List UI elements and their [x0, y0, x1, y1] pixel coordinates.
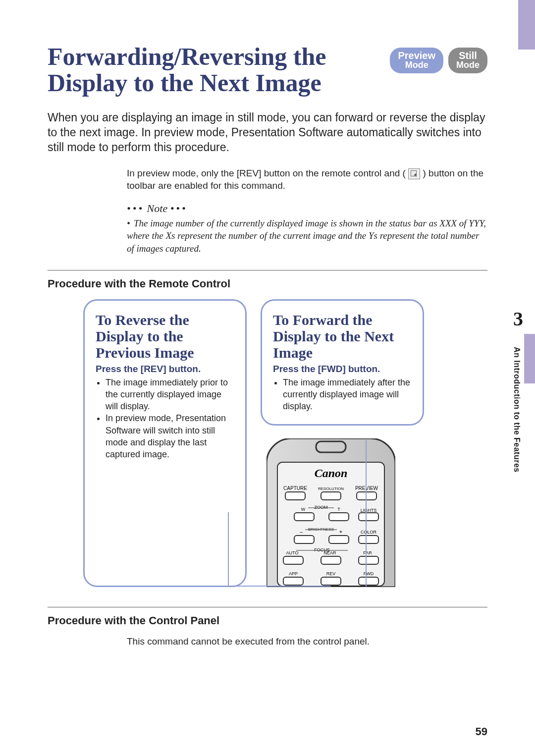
badge-preview-mode: Preview Mode — [390, 48, 443, 73]
note-heading: ••• Note ••• — [127, 201, 487, 216]
toolbar-rev-icon — [408, 168, 420, 179]
separator-1 — [48, 270, 487, 270]
lbl-lights: LIGHTS — [361, 508, 377, 513]
lbl-plus: + — [339, 529, 342, 535]
note-label: Note — [147, 202, 168, 215]
card-forward-action: Press the [FWD] button. — [273, 364, 412, 375]
badge-preview-line2: Mode — [398, 60, 435, 69]
cards-row: To Reverse the Display to the Previous I… — [83, 299, 487, 588]
chapter-number: 3 — [513, 307, 523, 330]
svg-rect-15 — [321, 556, 341, 564]
badge-still-line2: Mode — [456, 60, 480, 69]
lbl-resolution: RESOLUTION — [318, 486, 344, 491]
card-reverse-b2: In preview mode, Presentation Software w… — [106, 412, 234, 460]
top-edge-tab — [518, 0, 535, 50]
note-text: The image number of the currently displa… — [127, 218, 486, 254]
lbl-fwd: FWD — [364, 571, 374, 576]
card-forward-column: To Forward the Display to the Next Image… — [261, 299, 424, 588]
card-forward-b1: The image immediately after the currentl… — [283, 377, 412, 413]
svg-rect-17 — [283, 577, 303, 585]
lbl-zoom: ZOOM — [315, 505, 328, 510]
svg-rect-16 — [359, 556, 378, 564]
section-remote-heading: Procedure with the Remote Control — [48, 277, 487, 290]
lbl-app: APP — [289, 571, 298, 576]
chapter-number-text: 3 — [513, 307, 523, 330]
svg-rect-8 — [359, 513, 378, 521]
lbl-near: NEAR — [323, 550, 336, 555]
badge-still-mode: Still Mode — [448, 48, 487, 73]
card-reverse: To Reverse the Display to the Previous I… — [83, 299, 247, 588]
page-number: 59 — [476, 725, 487, 738]
lbl-t: T — [337, 507, 340, 512]
lbl-minus: – — [300, 529, 303, 535]
remote-control-illustration: Canon CAPTURE RESOLUTION PREVIEW ZOOM W … — [267, 438, 395, 587]
intro-paragraph: When you are displaying an image in stil… — [48, 110, 487, 155]
connector-fwd-v — [366, 440, 367, 587]
card-forward-list: The image immediately after the currentl… — [273, 377, 412, 413]
svg-rect-14 — [283, 556, 303, 564]
card-forward-title: To Forward the Display to the Next Image — [273, 312, 412, 361]
badge-preview-line1: Preview — [398, 50, 435, 61]
subnote-block: In preview mode, only the [REV] button o… — [127, 167, 487, 255]
remote-brand-text: Canon — [315, 467, 348, 480]
lbl-auto: AUTO — [286, 550, 299, 555]
svg-rect-7 — [329, 513, 349, 521]
panel-note: This command cannot be executed from the… — [127, 636, 487, 647]
lbl-preview: PREVIEW — [355, 486, 378, 491]
separator-2 — [48, 607, 487, 607]
svg-rect-11 — [329, 536, 349, 543]
note-body: •The image number of the currently displ… — [127, 217, 487, 255]
connector-rev-h — [228, 586, 331, 587]
svg-rect-6 — [294, 513, 314, 521]
lbl-w: W — [301, 507, 306, 512]
title-row: Forwarding/Reversing the Display to the … — [48, 44, 487, 96]
svg-rect-3 — [321, 492, 341, 500]
card-forward: To Forward the Display to the Next Image… — [261, 299, 424, 426]
card-reverse-action: Press the [REV] button. — [96, 364, 234, 375]
card-reverse-list: The image immediately prior to the curre… — [96, 377, 234, 461]
page-title: Forwarding/Reversing the Display to the … — [48, 44, 380, 96]
card-reverse-b1: The image immediately prior to the curre… — [106, 377, 234, 413]
remote-rev-button — [321, 577, 341, 585]
svg-rect-4 — [357, 492, 376, 500]
section-panel-heading: Procedure with the Control Panel — [48, 614, 487, 627]
subnote-a: In preview mode, only the [REV] button o… — [127, 168, 406, 178]
card-reverse-title: To Reverse the Display to the Previous I… — [96, 312, 234, 361]
svg-rect-1 — [277, 462, 384, 586]
lbl-capture: CAPTURE — [283, 486, 307, 491]
manual-page: Forwarding/Reversing the Display to the … — [0, 0, 535, 756]
remote-fwd-button — [359, 577, 378, 585]
lbl-color: COLOR — [361, 530, 377, 535]
chapter-label: An Introduction to the Features — [512, 347, 521, 473]
lbl-rev: REV — [326, 571, 336, 576]
connector-rev-v — [228, 512, 229, 587]
mode-badges: Preview Mode Still Mode — [390, 44, 487, 73]
lbl-far: FAR — [363, 550, 372, 555]
svg-rect-12 — [359, 536, 378, 543]
side-tab — [524, 334, 535, 383]
svg-rect-10 — [294, 536, 314, 543]
badge-still-line1: Still — [459, 50, 477, 61]
svg-rect-2 — [285, 492, 305, 500]
